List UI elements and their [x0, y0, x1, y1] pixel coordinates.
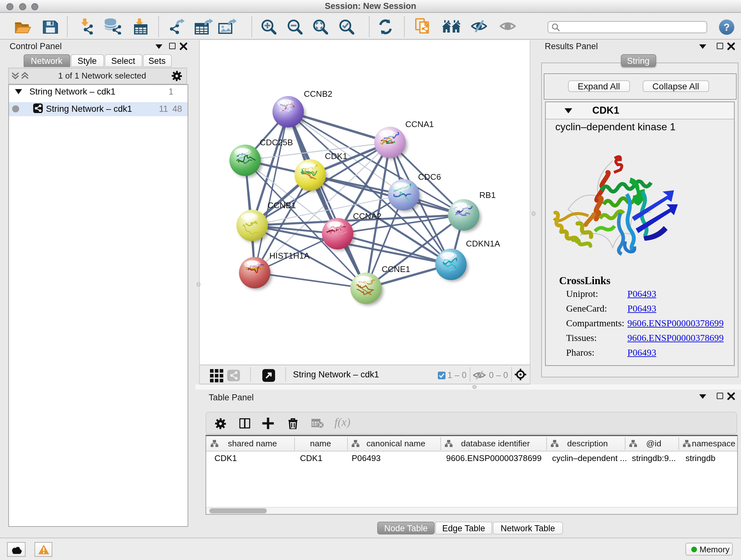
- svg-text:CCNA2: CCNA2: [353, 211, 381, 221]
- svg-text:CCNE1: CCNE1: [382, 264, 410, 274]
- svg-text:CDC25B: CDC25B: [260, 138, 293, 147]
- svg-text:CDKN1A: CDKN1A: [466, 239, 500, 248]
- svg-text:CDK1: CDK1: [325, 151, 347, 161]
- svg-text:CDC6: CDC6: [418, 172, 441, 182]
- svg-text:CCNB2: CCNB2: [304, 89, 332, 99]
- svg-text:CCNB1: CCNB1: [267, 200, 296, 210]
- svg-text:CCNA1: CCNA1: [405, 119, 434, 129]
- svg-text:HIST1H1A: HIST1H1A: [269, 251, 310, 260]
- svg-text:?: ?: [724, 21, 730, 33]
- svg-text:RB1: RB1: [479, 190, 495, 200]
